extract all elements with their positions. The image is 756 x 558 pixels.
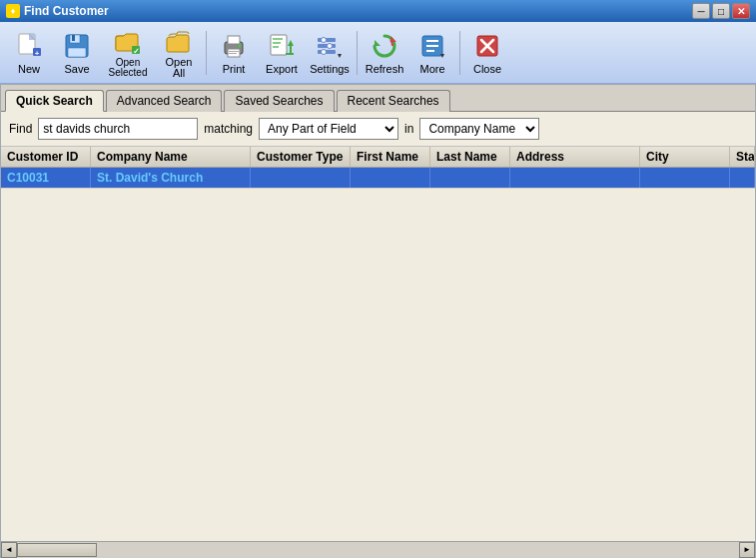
svg-point-28 — [322, 38, 327, 43]
search-bar: Find matching Any Part of Field Beginnin… — [1, 112, 755, 147]
settings-button[interactable]: Settings — [307, 27, 353, 79]
print-icon — [218, 30, 250, 62]
refresh-button[interactable]: Refresh — [362, 27, 407, 79]
save-icon — [61, 30, 93, 62]
close-icon — [471, 30, 503, 62]
svg-rect-15 — [229, 51, 239, 52]
svg-rect-7 — [72, 35, 75, 41]
in-label: in — [404, 122, 413, 136]
new-button[interactable]: + New — [6, 27, 52, 79]
export-label: Export — [266, 64, 298, 75]
scroll-right-button[interactable]: ► — [739, 542, 755, 558]
svg-rect-35 — [426, 40, 438, 42]
svg-rect-23 — [290, 46, 292, 54]
grid-body: C10031 St. David's Church — [1, 168, 755, 541]
open-all-icon — [163, 27, 195, 55]
more-button[interactable]: More — [409, 27, 455, 79]
cell-first-name — [351, 168, 430, 188]
close-button[interactable]: Close — [464, 27, 510, 79]
svg-rect-19 — [273, 38, 283, 40]
title-bar: ♦ Find Customer ─ □ ✕ — [0, 0, 756, 22]
tab-advanced-search[interactable]: Advanced Search — [106, 90, 223, 112]
grid: Customer ID Company Name Customer Type F… — [1, 147, 755, 541]
svg-rect-20 — [273, 42, 281, 44]
tab-saved-searches[interactable]: Saved Searches — [224, 90, 334, 112]
new-icon: + — [13, 30, 45, 62]
tab-bar: Quick Search Advanced Search Saved Searc… — [1, 85, 755, 112]
refresh-icon — [369, 30, 400, 62]
svg-rect-24 — [286, 53, 294, 55]
open-selected-icon: ✓ — [112, 28, 144, 56]
settings-icon — [314, 30, 346, 62]
matching-label: matching — [204, 122, 253, 136]
svg-marker-31 — [338, 54, 342, 58]
svg-marker-22 — [288, 40, 294, 46]
cell-address — [510, 168, 640, 188]
new-label: New — [18, 64, 40, 75]
cell-customer-id: C10031 — [1, 168, 91, 188]
svg-rect-37 — [426, 50, 434, 52]
print-label: Print — [223, 64, 246, 75]
svg-marker-32 — [375, 40, 380, 46]
main-area: Quick Search Advanced Search Saved Searc… — [0, 84, 756, 558]
save-label: Save — [64, 64, 89, 75]
cell-company-name: St. David's Church — [91, 168, 251, 188]
open-all-label: Open All — [159, 57, 199, 79]
table-row[interactable]: C10031 St. David's Church — [1, 168, 755, 189]
open-selected-label: Open Selected — [105, 58, 151, 78]
close-label: Close — [473, 64, 501, 75]
separator-1 — [206, 31, 207, 75]
settings-label: Settings — [310, 64, 350, 75]
svg-rect-21 — [273, 46, 279, 48]
svg-point-17 — [239, 45, 242, 48]
restore-button[interactable]: □ — [712, 3, 730, 19]
find-label: Find — [9, 122, 32, 136]
window-title: Find Customer — [24, 4, 109, 18]
separator-2 — [357, 31, 358, 75]
minimize-button[interactable]: ─ — [692, 3, 710, 19]
svg-rect-13 — [228, 36, 240, 44]
tab-quick-search[interactable]: Quick Search — [5, 90, 104, 112]
svg-rect-8 — [68, 48, 86, 57]
find-input[interactable] — [38, 118, 198, 140]
svg-text:+: + — [35, 49, 40, 58]
tab-recent-searches[interactable]: Recent Searches — [337, 90, 450, 112]
col-header-last-name: Last Name — [430, 147, 510, 167]
more-icon — [416, 30, 448, 62]
close-window-button[interactable]: ✕ — [732, 3, 750, 19]
svg-point-29 — [328, 44, 333, 49]
export-icon — [266, 30, 298, 62]
open-selected-button[interactable]: ✓ Open Selected — [102, 27, 154, 79]
separator-3 — [459, 31, 460, 75]
in-select[interactable]: Company Name Customer ID First Name Last… — [419, 118, 539, 140]
col-header-city: City — [640, 147, 730, 167]
cell-state — [730, 168, 755, 188]
svg-rect-16 — [229, 53, 237, 54]
grid-header: Customer ID Company Name Customer Type F… — [1, 147, 755, 168]
horizontal-scrollbar[interactable]: ◄ ► — [1, 541, 755, 557]
scroll-track[interactable] — [17, 542, 739, 558]
col-header-address: Address — [510, 147, 640, 167]
cell-city — [640, 168, 730, 188]
toolbar: + New Save ✓ Open Selected — [0, 22, 756, 84]
col-header-customer-type: Customer Type — [251, 147, 351, 167]
more-label: More — [419, 64, 444, 75]
cell-last-name — [430, 168, 510, 188]
svg-point-30 — [322, 50, 327, 55]
svg-text:✓: ✓ — [133, 47, 140, 56]
open-all-button[interactable]: Open All — [156, 27, 202, 79]
cell-customer-type — [251, 168, 351, 188]
scroll-thumb[interactable] — [17, 543, 97, 557]
save-button[interactable]: Save — [54, 27, 100, 79]
col-header-customer-id: Customer ID — [1, 147, 91, 167]
scroll-left-button[interactable]: ◄ — [1, 542, 17, 558]
svg-rect-36 — [426, 45, 438, 47]
svg-marker-33 — [390, 36, 396, 42]
export-button[interactable]: Export — [259, 27, 305, 79]
col-header-state: State — [730, 147, 755, 167]
col-header-company-name: Company Name — [91, 147, 251, 167]
col-header-first-name: First Name — [351, 147, 430, 167]
refresh-label: Refresh — [366, 64, 404, 75]
matching-select[interactable]: Any Part of Field Beginning of Field Exa… — [259, 118, 398, 140]
print-button[interactable]: Print — [211, 27, 257, 79]
